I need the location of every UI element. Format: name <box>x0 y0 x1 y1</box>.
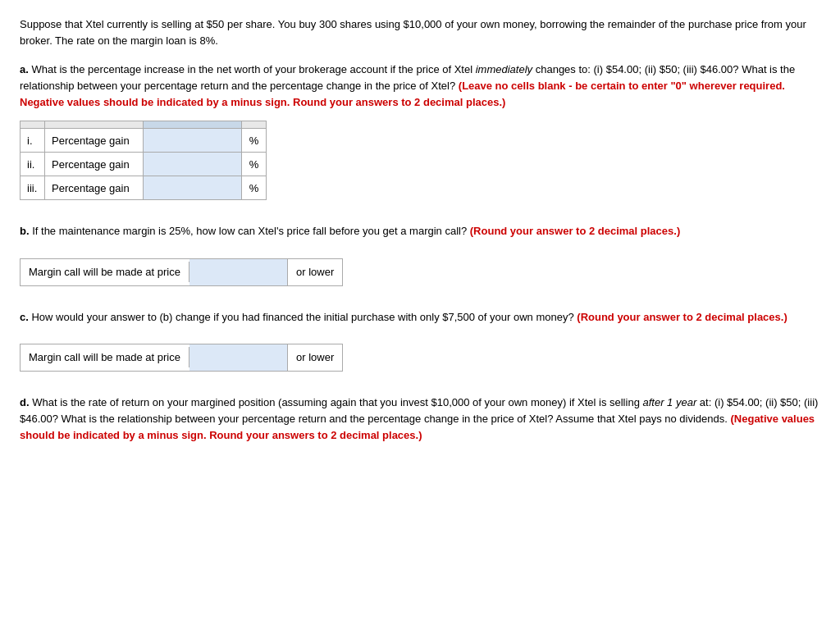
row-ii-label: ii. <box>21 153 45 176</box>
section-b-price-input[interactable] <box>189 259 288 285</box>
row-ii-input[interactable] <box>144 153 241 176</box>
section-c: c. How would your answer to (b) change i… <box>20 309 820 372</box>
section-b-label: b. <box>20 225 30 237</box>
row-ii-desc: Percentage gain <box>45 153 144 176</box>
section-c-red: (Round your answer to 2 decimal places.) <box>577 311 787 323</box>
row-iii-label: iii. <box>21 176 45 200</box>
section-a-text1: What is the percentage increase in the n… <box>31 63 475 75</box>
section-a-table: i. Percentage gain % ii. Percentage gain… <box>20 121 267 200</box>
intro-text: Suppose that Xtel currently is selling a… <box>20 18 806 47</box>
section-c-mc-label: Margin call will be made at price <box>21 347 189 367</box>
row-i-unit: % <box>242 129 267 153</box>
section-b-or-lower: or lower <box>288 262 342 282</box>
section-a: a. What is the percentage increase in th… <box>20 62 820 200</box>
row-i-input-cell <box>144 129 242 153</box>
row-iii-input[interactable] <box>144 176 241 199</box>
section-a-italic: immediately <box>476 63 532 75</box>
table-row: iii. Percentage gain % <box>21 176 267 200</box>
row-iii-input-cell <box>144 176 242 200</box>
row-i-desc: Percentage gain <box>45 129 144 153</box>
section-b-red: (Round your answer to 2 decimal places.) <box>470 225 680 237</box>
section-d: d. What is the rate of return on your ma… <box>20 395 820 444</box>
row-i-label: i. <box>21 129 45 153</box>
table-row: i. Percentage gain % <box>21 129 267 153</box>
section-a-label: a. <box>20 63 29 75</box>
row-ii-input-cell <box>144 153 242 176</box>
row-i-input[interactable] <box>144 129 241 152</box>
section-d-italic: after 1 year <box>642 396 696 408</box>
section-c-question: c. How would your answer to (b) change i… <box>20 309 820 326</box>
table-row: ii. Percentage gain % <box>21 153 267 176</box>
section-a-question: a. What is the percentage increase in th… <box>20 62 820 111</box>
section-d-text1: What is the rate of return on your margi… <box>32 396 642 408</box>
section-c-label: c. <box>20 311 29 323</box>
section-d-question: d. What is the rate of return on your ma… <box>20 395 820 444</box>
row-ii-unit: % <box>242 153 267 176</box>
section-c-price-input[interactable] <box>189 344 288 371</box>
section-b-mc-label: Margin call will be made at price <box>21 262 189 282</box>
intro-paragraph: Suppose that Xtel currently is selling a… <box>20 16 820 48</box>
section-b-text: If the maintenance margin is 25%, how lo… <box>32 225 470 237</box>
section-d-label: d. <box>20 396 30 408</box>
row-iii-desc: Percentage gain <box>45 176 144 200</box>
section-c-or-lower: or lower <box>288 347 342 367</box>
section-b-margin-call-row: Margin call will be made at price or low… <box>20 258 343 286</box>
section-c-margin-call-row: Margin call will be made at price or low… <box>20 344 343 372</box>
section-b: b. If the maintenance margin is 25%, how… <box>20 223 820 285</box>
section-b-question: b. If the maintenance margin is 25%, how… <box>20 223 820 239</box>
section-c-text: How would your answer to (b) change if y… <box>31 311 577 323</box>
row-iii-unit: % <box>242 176 267 200</box>
